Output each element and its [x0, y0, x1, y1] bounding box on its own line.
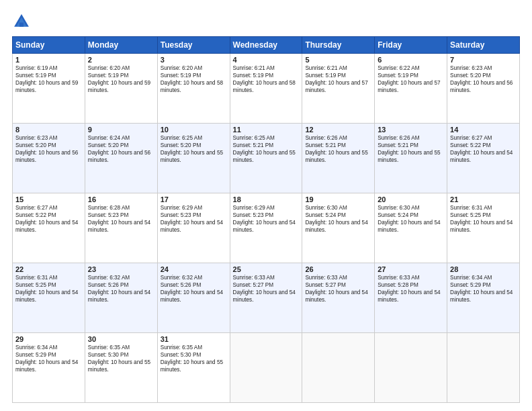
cell-content: Sunrise: 6:26 AM Sunset: 5:21 PM Dayligh…: [378, 134, 444, 164]
day-cell: 4 Sunrise: 6:21 AM Sunset: 5:19 PM Dayli…: [230, 54, 302, 124]
day-cell: 1 Sunrise: 6:19 AM Sunset: 5:19 PM Dayli…: [13, 54, 85, 124]
day-number: 23: [88, 265, 154, 273]
day-cell: 30 Sunrise: 6:35 AM Sunset: 5:30 PM Dayl…: [85, 333, 157, 403]
week-row-4: 22 Sunrise: 6:31 AM Sunset: 5:25 PM Dayl…: [13, 263, 520, 333]
cell-content: Sunrise: 6:30 AM Sunset: 5:24 PM Dayligh…: [305, 204, 371, 234]
day-number: 16: [88, 195, 154, 203]
day-cell: 18 Sunrise: 6:29 AM Sunset: 5:23 PM Dayl…: [230, 193, 302, 263]
logo-area: [12, 12, 34, 31]
col-tuesday: Tuesday: [157, 37, 230, 54]
header-row: Sunday Monday Tuesday Wednesday Thursday…: [13, 37, 520, 54]
day-cell: 10 Sunrise: 6:25 AM Sunset: 5:20 PM Dayl…: [157, 124, 230, 193]
day-number: 2: [88, 56, 154, 64]
cell-content: Sunrise: 6:23 AM Sunset: 5:20 PM Dayligh…: [15, 134, 82, 164]
day-number: 15: [15, 195, 82, 203]
day-cell: 9 Sunrise: 6:24 AM Sunset: 5:20 PM Dayli…: [85, 124, 157, 193]
day-cell: 28 Sunrise: 6:34 AM Sunset: 5:29 PM Dayl…: [447, 263, 520, 333]
day-cell: 17 Sunrise: 6:29 AM Sunset: 5:23 PM Dayl…: [157, 193, 230, 263]
cell-content: Sunrise: 6:27 AM Sunset: 5:22 PM Dayligh…: [450, 134, 517, 164]
day-cell: 20 Sunrise: 6:30 AM Sunset: 5:24 PM Dayl…: [375, 193, 447, 263]
cell-content: Sunrise: 6:19 AM Sunset: 5:19 PM Dayligh…: [15, 64, 82, 94]
cell-content: Sunrise: 6:28 AM Sunset: 5:23 PM Dayligh…: [88, 204, 154, 234]
col-sunday: Sunday: [13, 37, 85, 54]
cell-content: Sunrise: 6:31 AM Sunset: 5:25 PM Dayligh…: [450, 204, 517, 234]
day-cell: 29 Sunrise: 6:34 AM Sunset: 5:29 PM Dayl…: [13, 333, 85, 403]
day-number: 6: [378, 56, 444, 64]
day-cell: 16 Sunrise: 6:28 AM Sunset: 5:23 PM Dayl…: [85, 193, 157, 263]
cell-content: Sunrise: 6:20 AM Sunset: 5:19 PM Dayligh…: [88, 64, 154, 94]
day-number: 8: [15, 126, 82, 134]
day-cell: 14 Sunrise: 6:27 AM Sunset: 5:22 PM Dayl…: [447, 124, 520, 193]
week-row-3: 15 Sunrise: 6:27 AM Sunset: 5:22 PM Dayl…: [13, 193, 520, 263]
col-saturday: Saturday: [447, 37, 520, 54]
day-number: 18: [233, 195, 300, 203]
day-cell: 21 Sunrise: 6:31 AM Sunset: 5:25 PM Dayl…: [447, 193, 520, 263]
day-cell: 11 Sunrise: 6:25 AM Sunset: 5:21 PM Dayl…: [230, 124, 302, 193]
cell-content: Sunrise: 6:34 AM Sunset: 5:29 PM Dayligh…: [450, 274, 517, 304]
svg-rect-2: [19, 23, 24, 27]
cell-content: Sunrise: 6:27 AM Sunset: 5:22 PM Dayligh…: [15, 204, 82, 234]
cell-content: Sunrise: 6:25 AM Sunset: 5:21 PM Dayligh…: [233, 134, 300, 164]
day-number: 1: [15, 56, 82, 64]
day-cell: [230, 333, 302, 403]
cell-content: Sunrise: 6:35 AM Sunset: 5:30 PM Dayligh…: [161, 344, 227, 373]
day-cell: 25 Sunrise: 6:33 AM Sunset: 5:27 PM Dayl…: [230, 263, 302, 333]
day-cell: 23 Sunrise: 6:32 AM Sunset: 5:26 PM Dayl…: [85, 263, 157, 333]
day-cell: 2 Sunrise: 6:20 AM Sunset: 5:19 PM Dayli…: [85, 54, 157, 124]
day-number: 25: [233, 265, 300, 273]
cell-content: Sunrise: 6:24 AM Sunset: 5:20 PM Dayligh…: [88, 134, 154, 164]
calendar: Sunday Monday Tuesday Wednesday Thursday…: [12, 36, 520, 403]
logo-icon: [12, 12, 31, 31]
calendar-table: Sunday Monday Tuesday Wednesday Thursday…: [12, 36, 520, 403]
cell-content: Sunrise: 6:21 AM Sunset: 5:19 PM Dayligh…: [233, 64, 300, 94]
day-number: 30: [88, 335, 154, 343]
week-row-5: 29 Sunrise: 6:34 AM Sunset: 5:29 PM Dayl…: [13, 333, 520, 403]
day-cell: 6 Sunrise: 6:22 AM Sunset: 5:19 PM Dayli…: [375, 54, 447, 124]
day-cell: 15 Sunrise: 6:27 AM Sunset: 5:22 PM Dayl…: [13, 193, 85, 263]
day-number: 7: [450, 56, 517, 64]
cell-content: Sunrise: 6:21 AM Sunset: 5:19 PM Dayligh…: [305, 64, 371, 94]
day-number: 14: [450, 126, 517, 134]
week-row-2: 8 Sunrise: 6:23 AM Sunset: 5:20 PM Dayli…: [13, 124, 520, 193]
day-cell: 3 Sunrise: 6:20 AM Sunset: 5:19 PM Dayli…: [157, 54, 230, 124]
day-number: 26: [305, 265, 371, 273]
cell-content: Sunrise: 6:23 AM Sunset: 5:20 PM Dayligh…: [450, 64, 517, 94]
day-cell: 31 Sunrise: 6:35 AM Sunset: 5:30 PM Dayl…: [157, 333, 230, 403]
day-cell: 12 Sunrise: 6:26 AM Sunset: 5:21 PM Dayl…: [302, 124, 375, 193]
day-number: 4: [233, 56, 300, 64]
day-number: 5: [305, 56, 371, 64]
day-number: 13: [378, 126, 444, 134]
day-cell: 27 Sunrise: 6:33 AM Sunset: 5:28 PM Dayl…: [375, 263, 447, 333]
day-number: 28: [450, 265, 517, 273]
cell-content: Sunrise: 6:33 AM Sunset: 5:27 PM Dayligh…: [305, 274, 371, 304]
col-thursday: Thursday: [302, 37, 375, 54]
cell-content: Sunrise: 6:22 AM Sunset: 5:19 PM Dayligh…: [378, 64, 444, 94]
cell-content: Sunrise: 6:35 AM Sunset: 5:30 PM Dayligh…: [88, 344, 154, 373]
day-number: 11: [233, 126, 300, 134]
day-number: 12: [305, 126, 371, 134]
week-row-1: 1 Sunrise: 6:19 AM Sunset: 5:19 PM Dayli…: [13, 54, 520, 124]
day-cell: [375, 333, 447, 403]
day-cell: 24 Sunrise: 6:32 AM Sunset: 5:26 PM Dayl…: [157, 263, 230, 333]
cell-content: Sunrise: 6:26 AM Sunset: 5:21 PM Dayligh…: [305, 134, 371, 164]
header: [12, 12, 520, 31]
col-friday: Friday: [375, 37, 447, 54]
day-cell: 19 Sunrise: 6:30 AM Sunset: 5:24 PM Dayl…: [302, 193, 375, 263]
cell-content: Sunrise: 6:34 AM Sunset: 5:29 PM Dayligh…: [15, 344, 82, 373]
day-cell: 22 Sunrise: 6:31 AM Sunset: 5:25 PM Dayl…: [13, 263, 85, 333]
cell-content: Sunrise: 6:32 AM Sunset: 5:26 PM Dayligh…: [161, 274, 227, 304]
page: Sunday Monday Tuesday Wednesday Thursday…: [0, 0, 532, 411]
col-monday: Monday: [85, 37, 157, 54]
day-cell: 7 Sunrise: 6:23 AM Sunset: 5:20 PM Dayli…: [447, 54, 520, 124]
col-wednesday: Wednesday: [230, 37, 302, 54]
cell-content: Sunrise: 6:31 AM Sunset: 5:25 PM Dayligh…: [15, 274, 82, 304]
day-number: 27: [378, 265, 444, 273]
cell-content: Sunrise: 6:29 AM Sunset: 5:23 PM Dayligh…: [233, 204, 300, 234]
day-number: 31: [161, 335, 227, 343]
cell-content: Sunrise: 6:25 AM Sunset: 5:20 PM Dayligh…: [161, 134, 227, 164]
cell-content: Sunrise: 6:33 AM Sunset: 5:28 PM Dayligh…: [378, 274, 444, 304]
day-number: 21: [450, 195, 517, 203]
day-number: 3: [161, 56, 227, 64]
day-cell: 5 Sunrise: 6:21 AM Sunset: 5:19 PM Dayli…: [302, 54, 375, 124]
day-number: 19: [305, 195, 371, 203]
